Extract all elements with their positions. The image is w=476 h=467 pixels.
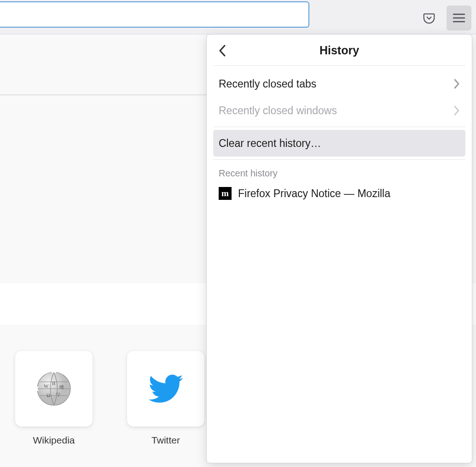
hamburger-icon — [453, 13, 465, 23]
topsite-label: Wikipedia — [33, 435, 75, 446]
topsite-tile — [127, 351, 204, 426]
topsite-twitter[interactable]: Twitter — [127, 351, 204, 446]
svg-text:W: W — [44, 383, 49, 389]
app-menu-button[interactable] — [447, 6, 471, 30]
panel-header: History — [213, 41, 465, 66]
pocket-icon — [422, 11, 436, 25]
chevron-right-icon — [453, 78, 460, 89]
history-actions: Clear recent history… — [207, 130, 472, 157]
recent-history-header: Recent history — [207, 163, 472, 182]
menu-item-label: Recently closed windows — [219, 105, 337, 117]
panel-separator — [213, 159, 465, 160]
chevron-right-icon — [453, 105, 460, 116]
svg-text:维: 维 — [59, 385, 64, 390]
history-menu-list: Recently closed tabs Recently closed win… — [207, 66, 472, 124]
favicon-letter: m — [221, 188, 229, 198]
history-entry-title: Firefox Privacy Notice — Mozilla — [238, 187, 390, 200]
browser-toolbar — [0, 0, 476, 35]
menu-item-label: Recently closed tabs — [219, 78, 316, 90]
topsite-label: Twitter — [151, 435, 180, 446]
twitter-icon — [148, 374, 183, 403]
topsite-tile: W И 维 Ω ワ — [15, 351, 93, 426]
history-entry[interactable]: m Firefox Privacy Notice — Mozilla — [207, 182, 472, 204]
topsite-wikipedia[interactable]: W И 维 Ω ワ Wikipedia — [15, 351, 93, 446]
panel-separator — [213, 127, 465, 127]
pocket-button[interactable] — [420, 9, 438, 27]
recently-closed-windows-item: Recently closed windows — [213, 97, 465, 124]
svg-text:ワ: ワ — [56, 392, 60, 397]
mozilla-favicon: m — [219, 187, 232, 200]
wikipedia-icon: W И 维 Ω ワ — [35, 370, 72, 407]
svg-text:Ω: Ω — [46, 392, 50, 398]
panel-title: History — [221, 44, 458, 57]
recently-closed-tabs-item[interactable]: Recently closed tabs — [213, 70, 465, 97]
toolbar-right-icons — [420, 6, 471, 30]
panel-back-button[interactable] — [215, 43, 230, 58]
chevron-left-icon — [218, 44, 226, 57]
content-divider — [0, 94, 207, 95]
svg-text:И: И — [52, 381, 55, 386]
clear-recent-history-item[interactable]: Clear recent history… — [213, 130, 465, 157]
history-panel: History Recently closed tabs Recently cl… — [206, 34, 472, 463]
menu-item-label: Clear recent history… — [219, 137, 321, 150]
url-bar-input[interactable] — [0, 1, 309, 28]
topsites-row: W И 维 Ω ワ Wikipedia Twitter — [15, 351, 204, 446]
